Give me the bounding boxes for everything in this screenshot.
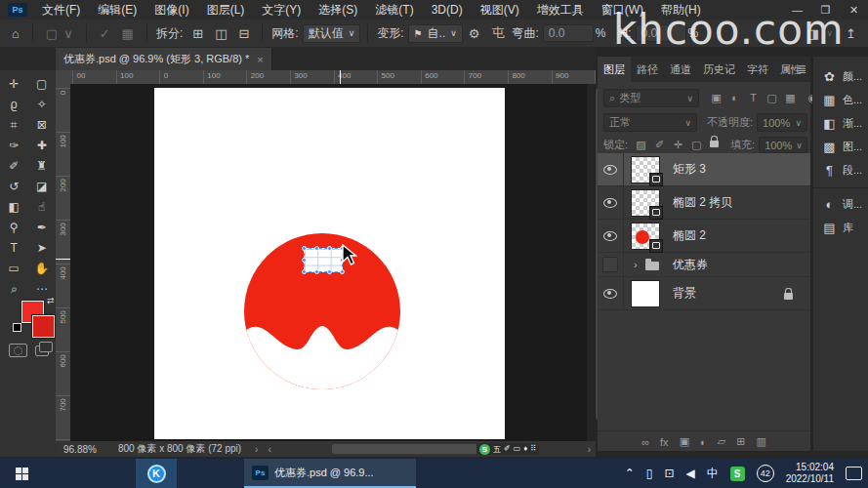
paragraph-panel-button[interactable]: ¶ 段...: [813, 158, 868, 182]
menu-item[interactable]: 3D(D): [423, 0, 472, 20]
adjustments-panel-button[interactable]: ◐ 调...: [813, 187, 868, 216]
type-tool[interactable]: T: [0, 237, 28, 258]
warp-anchor-point[interactable]: [327, 269, 332, 274]
ime-language-indicator[interactable]: 中: [707, 466, 719, 482]
warp-anchor-point[interactable]: [314, 246, 319, 251]
crop-tool[interactable]: ⌗: [0, 114, 28, 135]
split-horizontal-icon[interactable]: ⊟: [232, 26, 255, 41]
color-panel-button[interactable]: ✿ 颜...: [813, 64, 868, 88]
layer-row-ellipse2-copy[interactable]: 椭圆 2 拷贝: [598, 186, 810, 220]
filter-shape-layers-icon[interactable]: ▢: [763, 92, 781, 104]
menu-item[interactable]: 图像(I): [145, 0, 197, 20]
gear-icon[interactable]: ⚙: [463, 26, 486, 41]
menu-item[interactable]: 编辑(E): [89, 0, 145, 20]
brush-tool[interactable]: ✐: [0, 155, 28, 176]
layer-name[interactable]: 椭圆 2 拷贝: [673, 194, 732, 211]
adjustment-layer-icon[interactable]: ◐: [700, 436, 707, 448]
quick-mask-button[interactable]: [9, 344, 27, 357]
ime-button[interactable]: ✐: [504, 444, 511, 455]
action-center-icon[interactable]: [846, 467, 862, 480]
filter-adjustment-layers-icon[interactable]: ◐: [725, 92, 744, 104]
grid-size-dropdown[interactable]: 默认值 ∨: [303, 24, 361, 43]
menu-item[interactable]: 增效工具: [528, 0, 593, 20]
menu-item[interactable]: 窗口(W): [593, 0, 652, 20]
marquee-tool[interactable]: ▢: [28, 73, 57, 94]
zoom-tool[interactable]: ⌕: [0, 278, 28, 299]
menu-item[interactable]: 选择(S): [310, 0, 366, 20]
h-input[interactable]: 0.0: [636, 24, 686, 42]
warp-anchor-point[interactable]: [340, 269, 345, 274]
warp-anchor-icon[interactable]: 屯: [486, 24, 511, 42]
eyedropper-tool[interactable]: ✑: [0, 135, 28, 155]
default-colors-icon[interactable]: [13, 323, 21, 332]
clone-stamp-tool[interactable]: ♜: [28, 155, 57, 176]
hand-tool[interactable]: ✋: [28, 258, 57, 278]
close-button[interactable]: ✕: [840, 0, 868, 20]
pasteboard[interactable]: [70, 84, 587, 441]
sogou-ime-icon[interactable]: S: [479, 444, 490, 455]
tab-paths[interactable]: 路径: [631, 57, 664, 82]
menu-item[interactable]: 文字(Y): [253, 0, 310, 20]
document-canvas[interactable]: [154, 88, 505, 439]
ime-toolbar[interactable]: S 五✐▭♦⠿: [476, 443, 539, 455]
display-network-icon[interactable]: ⊡: [664, 467, 674, 480]
home-icon[interactable]: ⌂: [6, 26, 25, 41]
lock-transparency-icon[interactable]: ▨: [632, 139, 650, 151]
layer-group-row-coupon[interactable]: › 优惠券: [598, 253, 810, 277]
layer-mask-icon[interactable]: ▣: [680, 435, 689, 448]
restore-button[interactable]: ❐: [811, 0, 840, 20]
status-chevron-left-icon[interactable]: ‹: [268, 444, 270, 455]
group-expand-icon[interactable]: ›: [634, 259, 638, 270]
lock-paint-icon[interactable]: ✐: [650, 139, 669, 151]
ime-button[interactable]: 五: [493, 444, 501, 455]
minimize-button[interactable]: —: [783, 0, 811, 20]
menu-item[interactable]: 帮助(H): [652, 0, 710, 20]
warp-anchor-point[interactable]: [302, 269, 307, 274]
warp-anchor-point[interactable]: [302, 258, 307, 263]
status-chevron-right-icon[interactable]: ›: [255, 444, 258, 455]
ime-button[interactable]: ⠿: [530, 444, 536, 455]
layer-thumbnail[interactable]: [632, 157, 659, 183]
blend-mode-dropdown[interactable]: 正常 ∨: [603, 113, 697, 132]
delete-layer-icon[interactable]: ▥: [756, 435, 765, 448]
split-vertical-icon[interactable]: ◫: [209, 26, 232, 41]
tab-channels[interactable]: 通道: [664, 57, 697, 82]
opacity-dropdown[interactable]: 100% ∨: [757, 113, 807, 132]
menu-item[interactable]: 图层(L): [198, 0, 254, 20]
layer-style-icon[interactable]: fx: [660, 436, 669, 448]
layer-name[interactable]: 椭圆 2: [673, 227, 706, 244]
volume-icon[interactable]: ◀: [685, 467, 694, 480]
menu-item[interactable]: 视图(V): [472, 0, 528, 20]
taskbar-app-k[interactable]: K: [136, 459, 177, 488]
warp-style-dropdown[interactable]: ⚑ 自.. ∨: [408, 24, 463, 43]
tab-layers[interactable]: 图层: [598, 57, 631, 82]
quick-selection-tool[interactable]: ✧: [28, 94, 57, 114]
lock-all-icon[interactable]: [710, 141, 719, 147]
visibility-toggle[interactable]: [598, 220, 624, 252]
layer-thumbnail[interactable]: [632, 190, 659, 216]
warp-transform-rectangle[interactable]: [304, 248, 343, 272]
layer-row-background[interactable]: 背景: [598, 277, 810, 310]
layer-name[interactable]: 优惠券: [673, 257, 708, 273]
swatches-panel-button[interactable]: ▦ 色...: [813, 88, 868, 111]
tab-history[interactable]: 历史记: [697, 57, 741, 82]
frame-tool[interactable]: ⊠: [28, 114, 57, 135]
layer-row-ellipse2[interactable]: 椭圆 2: [598, 220, 810, 253]
layer-name[interactable]: 矩形 3: [673, 161, 706, 178]
bend-input[interactable]: 0.0: [543, 24, 594, 42]
swap-colors-icon[interactable]: ⇄: [47, 296, 55, 305]
layer-row-rectangle3[interactable]: 矩形 3: [598, 153, 810, 186]
visibility-toggle[interactable]: [598, 186, 624, 219]
background-color-swatch[interactable]: [32, 315, 55, 338]
status-expand-icon[interactable]: ›: [588, 444, 591, 455]
white-wave-shape[interactable]: [244, 326, 400, 392]
rectangle-shape-tool[interactable]: ▭: [0, 258, 28, 278]
tab-close-icon[interactable]: ×: [257, 54, 263, 65]
panel-menu-icon[interactable]: ≣: [797, 62, 806, 76]
vertical-scrollbar[interactable]: [587, 84, 596, 441]
visibility-toggle[interactable]: [598, 153, 624, 185]
document-tab[interactable]: 优惠券.psd @ 96.9% (矩形 3, RGB/8) * ×: [56, 48, 272, 70]
menu-item[interactable]: 文件(F): [33, 0, 89, 20]
warp-anchor-point[interactable]: [302, 246, 307, 251]
tab-character[interactable]: 字符: [741, 57, 774, 82]
